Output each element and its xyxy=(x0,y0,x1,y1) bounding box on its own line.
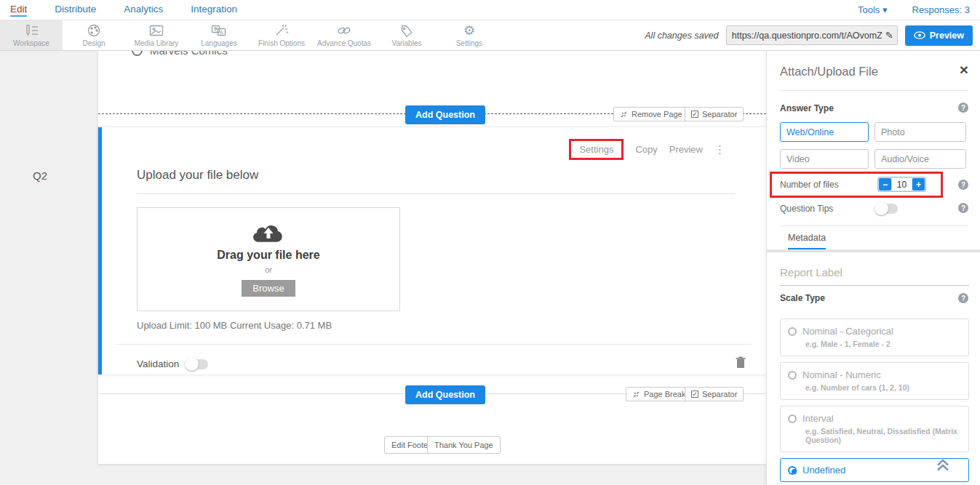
kebab-menu-icon[interactable]: ⋮ xyxy=(714,143,725,156)
nav-integration[interactable]: Integration xyxy=(191,4,237,17)
design-palette-icon xyxy=(87,24,101,37)
delete-question-button[interactable] xyxy=(736,356,746,372)
collapse-double-chevron-up-icon[interactable] xyxy=(936,458,950,475)
scale-option-nominal-categorical[interactable]: Nominal - Categorical e.g. Male - 1, Fem… xyxy=(780,318,969,356)
toolbar-design[interactable]: Design xyxy=(63,20,125,50)
survey-url-box: ✎ xyxy=(726,25,898,45)
scale-option-interval[interactable]: Interval e.g. Satisfied, Neutral, Dissat… xyxy=(780,406,969,452)
toolbar-label: Languages xyxy=(201,39,237,47)
question-block: Settings Copy Preview ⋮ Upload your file… xyxy=(98,127,766,374)
close-panel-icon[interactable]: × xyxy=(960,62,968,77)
left-gutter: Q2 xyxy=(0,51,98,485)
file-dropzone[interactable]: Drag your file here or Browse xyxy=(137,207,400,311)
toolbar-settings[interactable]: ⚙ Settings xyxy=(438,20,501,50)
question-menu: Settings Copy Preview ⋮ xyxy=(569,139,725,160)
toolbar-media-library[interactable]: Media Library xyxy=(125,20,188,50)
panel-title: Attach/Upload File xyxy=(780,65,878,79)
thank-you-page-button[interactable]: Thank You Page xyxy=(427,436,501,454)
tag-icon xyxy=(399,24,414,37)
upload-limit-info: Upload Limit: 100 MB Current Usage: 0.71… xyxy=(137,320,332,331)
add-question-button-bottom[interactable]: Add Question xyxy=(405,385,485,404)
scale-type-label: Scale Type xyxy=(780,293,825,303)
eye-icon xyxy=(914,31,925,39)
answer-type-video[interactable]: Video xyxy=(780,149,869,169)
svg-text:A: A xyxy=(220,30,223,35)
nav-distribute[interactable]: Distribute xyxy=(55,4,96,17)
answer-type-audio-voice[interactable]: Audio/Voice xyxy=(875,149,966,169)
page-break-separator-top: Add Question Remove Page Break ✓ Separat… xyxy=(98,113,766,114)
number-of-files-help-icon[interactable]: ? xyxy=(958,180,968,190)
question-preview-button[interactable]: Preview xyxy=(669,144,703,155)
question-title[interactable]: Upload your file below xyxy=(137,168,735,194)
question-settings-panel: Attach/Upload File × Answer Type ? Web/O… xyxy=(766,51,980,485)
toolbar-label: Settings xyxy=(456,39,482,47)
question-code: Q2 xyxy=(33,169,47,182)
answer-type-options: Web/Online Photo Video Audio/Voice xyxy=(780,122,966,169)
browse-button[interactable]: Browse xyxy=(242,280,295,297)
scale-option-example: e.g. Satisfied, Neutral, Dissatisfied (M… xyxy=(805,427,961,444)
validation-row: Validation xyxy=(116,344,752,372)
toolbar-workspace[interactable]: Workspace xyxy=(0,20,63,50)
radio-icon xyxy=(788,414,797,423)
radio-selected-icon xyxy=(788,466,797,475)
toolbar-label: Design xyxy=(82,39,105,47)
tab-metadata[interactable]: Metadata xyxy=(788,233,826,250)
toolbar-advance-quotas[interactable]: Advance Quotas xyxy=(313,20,375,50)
responses-link[interactable]: Responses: 3 xyxy=(912,4,971,15)
chain-link-icon xyxy=(337,24,351,37)
preview-button[interactable]: Preview xyxy=(905,25,973,46)
question-settings-button[interactable]: Settings xyxy=(569,139,624,160)
toolbar-variables[interactable]: Variables xyxy=(375,20,438,50)
number-of-files-label: Number of files xyxy=(780,180,839,190)
validation-toggle[interactable] xyxy=(186,359,208,369)
separator-toggle-bottom[interactable]: ✓ Separator xyxy=(685,387,744,401)
scale-option-example: e.g. Number of cars (1, 2, 10) xyxy=(805,383,961,392)
broken-link-icon xyxy=(620,111,628,119)
question-tips-toggle[interactable] xyxy=(876,204,898,214)
question-tips-help-icon[interactable]: ? xyxy=(958,203,968,213)
answer-type-photo[interactable]: Photo xyxy=(875,122,966,142)
number-of-files-value[interactable]: 10 xyxy=(892,178,912,191)
save-status: All changes saved xyxy=(645,31,718,41)
answer-type-label: Answer Type xyxy=(780,103,834,113)
toolbar-label: Workspace xyxy=(13,39,49,47)
dropzone-or-label: or xyxy=(265,265,272,274)
answer-type-web-online[interactable]: Web/Online xyxy=(780,122,869,142)
radio-icon xyxy=(788,327,797,336)
toolbar-label: Advance Quotas xyxy=(317,39,371,47)
separator-toggle-top[interactable]: ✓ Separator xyxy=(685,107,744,121)
radio-icon xyxy=(788,371,797,380)
survey-url-input[interactable] xyxy=(732,31,882,41)
nav-analytics[interactable]: Analytics xyxy=(124,4,163,17)
question-copy-button[interactable]: Copy xyxy=(635,144,657,155)
checkbox-checked-icon: ✓ xyxy=(691,390,698,398)
add-question-button-top[interactable]: Add Question xyxy=(405,105,485,124)
edit-toolbar: Workspace Design Media Library A Languag… xyxy=(0,20,980,51)
languages-icon: A xyxy=(211,24,227,37)
magic-wand-icon xyxy=(274,24,289,37)
nav-edit[interactable]: Edit xyxy=(10,4,27,17)
checkbox-checked-icon: ✓ xyxy=(691,111,698,118)
survey-canvas: Marvels Comics Add Question Remove Page … xyxy=(98,51,766,464)
toolbar-label: Variables xyxy=(392,39,422,47)
scale-type-help-icon[interactable]: ? xyxy=(958,293,968,303)
decrement-button[interactable]: − xyxy=(879,178,891,191)
increment-button[interactable]: + xyxy=(912,178,925,191)
scale-option-example: e.g. Male - 1, Female - 2 xyxy=(805,340,961,348)
toolbar-finish-options[interactable]: Finish Options xyxy=(250,20,313,50)
number-of-files-stepper: − 10 + xyxy=(877,177,926,192)
answer-type-help-icon[interactable]: ? xyxy=(958,103,968,113)
tools-menu[interactable]: Tools ▾ xyxy=(858,4,888,15)
report-label-input[interactable] xyxy=(780,266,969,286)
toolbar-languages[interactable]: A Languages xyxy=(188,20,250,50)
top-nav: Edit Distribute Analytics Integration To… xyxy=(0,0,980,20)
nav-links: Edit Distribute Analytics Integration xyxy=(10,4,237,17)
toolbar-label: Media Library xyxy=(135,39,179,47)
scale-option-nominal-numeric[interactable]: Nominal - Numeric e.g. Number of cars (1… xyxy=(780,362,969,400)
page-break-button[interactable]: Page Break xyxy=(626,387,692,401)
media-library-icon xyxy=(149,24,164,37)
validation-label: Validation xyxy=(137,358,179,369)
workspace-icon xyxy=(23,24,39,37)
edit-url-pencil-icon[interactable]: ✎ xyxy=(885,30,893,41)
question-tips-label: Question Tips xyxy=(780,204,833,214)
